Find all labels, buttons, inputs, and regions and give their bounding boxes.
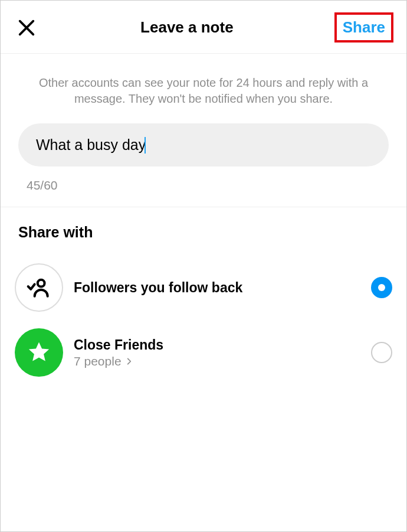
close-friends-icon (15, 328, 63, 377)
option-label: Followers you follow back (74, 280, 365, 296)
note-input[interactable]: What a busy day (18, 123, 389, 167)
option-subtitle: 7 people (74, 354, 365, 368)
share-option-close-friends[interactable]: Close Friends 7 people (1, 320, 406, 385)
text-cursor (145, 137, 146, 154)
option-text: Followers you follow back (74, 280, 365, 296)
option-text: Close Friends 7 people (74, 337, 365, 368)
radio-selected[interactable] (371, 277, 392, 298)
info-text: Other accounts can see your note for 24 … (1, 54, 406, 119)
option-label: Close Friends (74, 337, 365, 353)
share-button[interactable]: Share (334, 12, 393, 43)
share-with-heading: Share with (18, 224, 389, 241)
followers-icon (15, 263, 63, 312)
radio-unselected[interactable] (371, 342, 392, 363)
page-title: Leave a note (40, 18, 334, 37)
close-button[interactable] (14, 15, 40, 41)
divider (1, 207, 406, 207)
star-icon (27, 340, 51, 365)
header: Leave a note Share (1, 1, 406, 54)
svg-point-2 (38, 280, 45, 287)
close-icon (17, 18, 37, 38)
note-text: What a busy day (36, 136, 146, 154)
char-counter: 45/60 (27, 178, 389, 192)
chevron-right-icon (125, 357, 133, 365)
share-option-followers[interactable]: Followers you follow back (1, 255, 406, 320)
